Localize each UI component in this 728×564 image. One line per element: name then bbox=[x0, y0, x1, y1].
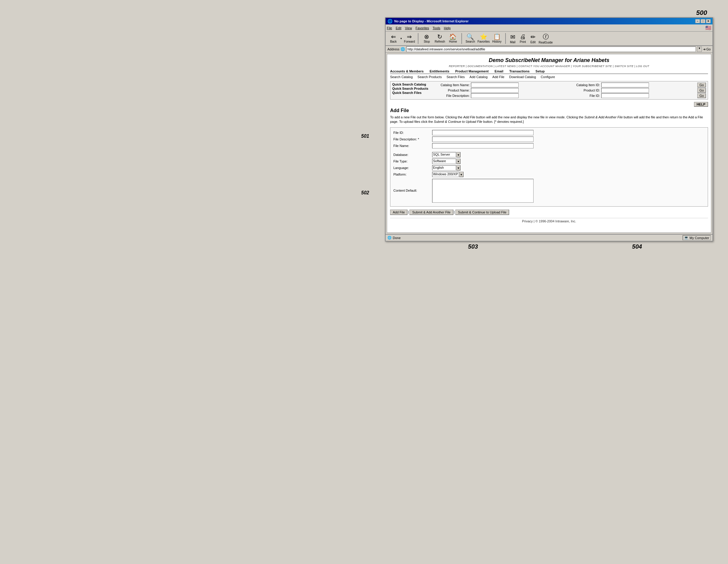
qs-products[interactable]: Quick Search Products bbox=[392, 87, 434, 90]
realguide-button[interactable]: ⓡ RealGuide bbox=[539, 33, 553, 44]
file-type-label: File Type: bbox=[393, 160, 432, 163]
submit-add-another-button[interactable]: Submit & Add Another File bbox=[409, 210, 453, 215]
menu-bar: File Edit View Favorites Tools Help 🇺🇸 bbox=[386, 24, 712, 32]
label-500: 500 bbox=[696, 9, 707, 17]
window-title: No page to Display - Microsoft Internet … bbox=[394, 19, 469, 23]
nav-email[interactable]: Email bbox=[494, 69, 503, 74]
print-icon: 🖨 bbox=[520, 33, 526, 40]
content-default-area[interactable] bbox=[432, 179, 534, 203]
file-name-row: File Name: bbox=[393, 143, 705, 149]
subnav-search-files[interactable]: Search Files bbox=[446, 75, 465, 79]
menu-tools[interactable]: Tools bbox=[433, 26, 440, 30]
platform-row: Platform: Windows 200/XP ▼ bbox=[393, 172, 705, 177]
mail-icon: ✉ bbox=[510, 33, 515, 41]
ie-icon: 🌐 bbox=[387, 19, 392, 24]
go-button[interactable]: ➜ Go bbox=[703, 47, 711, 51]
label-503: 503 bbox=[468, 243, 478, 250]
back-dropdown[interactable]: ▼ bbox=[400, 37, 402, 40]
minimize-button[interactable]: − bbox=[695, 19, 700, 23]
maximize-button[interactable]: □ bbox=[701, 19, 705, 23]
favorites-button[interactable]: ⭐ Favorites bbox=[477, 34, 490, 43]
back-button[interactable]: ⇐ Back bbox=[387, 34, 399, 43]
file-name-field[interactable] bbox=[432, 143, 534, 149]
qs-go-catalog-btn[interactable]: Go bbox=[697, 83, 706, 87]
menu-help[interactable]: Help bbox=[444, 26, 451, 30]
history-button[interactable]: 📋 History bbox=[491, 34, 503, 43]
file-description-row: File Description: * bbox=[393, 137, 705, 142]
file-description-qs-input[interactable] bbox=[471, 93, 519, 98]
separator-1 bbox=[418, 33, 418, 44]
file-description-field[interactable] bbox=[432, 137, 534, 142]
subnav-search-products[interactable]: Search Products bbox=[418, 75, 442, 79]
nav-product-management[interactable]: Product Management bbox=[455, 69, 489, 74]
qs-go-files-btn[interactable]: Go bbox=[697, 93, 706, 98]
product-name-label: Product Name: bbox=[437, 89, 470, 92]
subnav-download-catalog[interactable]: Download Catalog bbox=[509, 75, 536, 79]
realguide-icon: ⓡ bbox=[543, 33, 549, 41]
refresh-button[interactable]: ↻ Refresh bbox=[434, 34, 446, 43]
file-id-row: File ID: bbox=[393, 130, 705, 135]
subnav-add-catalog[interactable]: Add Catalog bbox=[469, 75, 488, 79]
label-504: 504 bbox=[632, 243, 642, 250]
status-ie-icon: 🌐 bbox=[387, 236, 392, 240]
menu-favorites[interactable]: Favorites bbox=[415, 26, 429, 30]
database-label: Database: bbox=[393, 153, 432, 157]
product-name-input[interactable] bbox=[471, 88, 519, 93]
subnav-add-file[interactable]: Add File bbox=[492, 75, 504, 79]
print-button[interactable]: 🖨 Print bbox=[518, 33, 527, 44]
nav-accounts-members[interactable]: Accounts & Members bbox=[390, 69, 423, 74]
nav-transactions[interactable]: Transactions bbox=[509, 69, 530, 74]
language-row: Language: English ▼ bbox=[393, 165, 705, 171]
qs-catalog[interactable]: Quick Search Catalog bbox=[392, 83, 434, 86]
mail-button[interactable]: ✉ Mail bbox=[508, 33, 517, 44]
menu-view[interactable]: View bbox=[405, 26, 412, 30]
catalog-item-id-input[interactable] bbox=[601, 83, 649, 87]
menu-file[interactable]: File bbox=[387, 26, 392, 30]
help-button[interactable]: HELP bbox=[694, 102, 708, 107]
toolbar: ⇐ Back ▼ ⇒ Forward ⊗ Stop ↻ Refresh bbox=[386, 32, 712, 46]
language-dropdown-arrow[interactable]: ▼ bbox=[456, 165, 460, 171]
address-input[interactable] bbox=[406, 47, 696, 52]
file-description-label: File Description: * bbox=[393, 138, 432, 141]
file-id-field[interactable] bbox=[432, 130, 534, 135]
address-dropdown[interactable]: ▼ bbox=[697, 47, 702, 52]
language-value: English bbox=[432, 165, 456, 171]
stop-button[interactable]: ⊗ Stop bbox=[421, 34, 433, 43]
file-id-input[interactable] bbox=[601, 93, 649, 98]
database-value: SQL Server bbox=[432, 152, 456, 157]
platform-dropdown-arrow[interactable]: ▼ bbox=[459, 172, 463, 177]
forward-button[interactable]: ⇒ Forward bbox=[404, 34, 415, 43]
search-button[interactable]: 🔍 Search bbox=[464, 34, 476, 43]
subnav-configure[interactable]: Configure bbox=[541, 75, 555, 79]
qs-middle-fields: Catalog Item Name: Product Name: File De… bbox=[437, 83, 564, 98]
menu-edit[interactable]: Edit bbox=[396, 26, 401, 30]
history-icon: 📋 bbox=[493, 34, 501, 40]
qs-go-products-btn[interactable]: Go bbox=[697, 88, 706, 93]
my-computer-label: My Computer bbox=[690, 236, 709, 240]
file-type-dropdown-arrow[interactable]: ▼ bbox=[456, 159, 460, 164]
computer-icon: 💻 bbox=[684, 236, 688, 240]
close-button[interactable]: ✕ bbox=[706, 19, 711, 23]
status-text: Done bbox=[393, 236, 401, 240]
flag-icon: 🇺🇸 bbox=[705, 25, 711, 31]
home-button[interactable]: 🏠 Home bbox=[447, 34, 459, 43]
add-file-description: To add a new File out the form below. Cl… bbox=[390, 115, 708, 124]
database-dropdown-arrow[interactable]: ▼ bbox=[456, 152, 460, 157]
quick-search-area: Quick Search Catalog Quick Search Produc… bbox=[390, 81, 708, 100]
catalog-item-name-input[interactable] bbox=[471, 83, 519, 87]
privacy-link[interactable]: Privacy bbox=[522, 220, 533, 223]
file-type-value: Software bbox=[432, 159, 456, 164]
catalog-item-id-label: Catalog Item ID: bbox=[567, 83, 600, 87]
add-file-title: Add File bbox=[390, 108, 708, 113]
nav-entitlements[interactable]: Entitlements bbox=[429, 69, 449, 74]
product-id-input[interactable] bbox=[601, 88, 649, 93]
submit-continue-upload-button[interactable]: Submit & Continue to Upload File bbox=[455, 210, 509, 215]
nav-setup[interactable]: Setup bbox=[536, 69, 545, 74]
file-type-select-wrapper: Software ▼ bbox=[432, 159, 460, 164]
status-bar: 🌐 Done 💻 My Computer bbox=[386, 234, 712, 241]
add-file-button[interactable]: Add File bbox=[390, 210, 407, 215]
qs-files[interactable]: Quick Search Files bbox=[392, 91, 434, 95]
edit-button[interactable]: ✏ Edit bbox=[528, 33, 537, 44]
subnav-search-catalog[interactable]: Search Catalog bbox=[390, 75, 413, 79]
content-default-label: Content Default: bbox=[393, 189, 432, 192]
